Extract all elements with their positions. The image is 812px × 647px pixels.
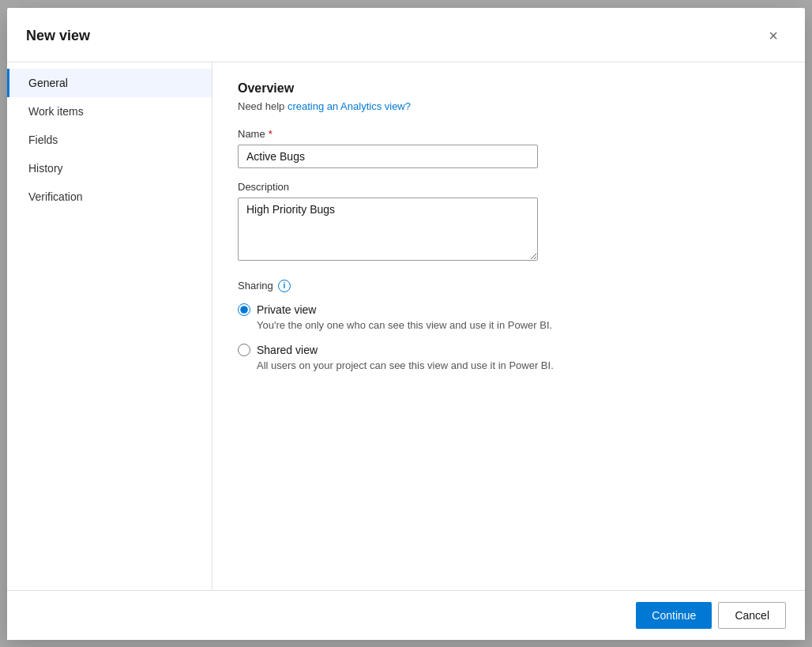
- close-button[interactable]: ×: [761, 24, 786, 49]
- shared-view-description: All users on your project can see this v…: [257, 359, 780, 371]
- dialog-header: New view ×: [7, 8, 805, 62]
- description-input[interactable]: High Priority Bugs: [238, 197, 538, 261]
- shared-view-radio[interactable]: [238, 344, 250, 356]
- cancel-button[interactable]: Cancel: [718, 602, 786, 629]
- private-view-label[interactable]: Private view: [238, 303, 780, 316]
- dialog-title: New view: [26, 28, 90, 44]
- sharing-info-icon: i: [278, 280, 291, 292]
- help-link[interactable]: creating an Analytics view?: [288, 100, 411, 112]
- section-title: Overview: [238, 81, 780, 96]
- sidebar-item-work-items[interactable]: Work items: [7, 97, 212, 126]
- help-text: Need help creating an Analytics view?: [238, 100, 780, 112]
- private-view-option: Private view You're the only one who can…: [238, 303, 780, 337]
- dialog-overlay: New view × General Work items Fields His…: [0, 0, 812, 647]
- description-label: Description: [238, 181, 780, 193]
- sidebar-item-general[interactable]: General: [7, 69, 212, 97]
- private-view-radio[interactable]: [238, 303, 250, 316]
- new-view-dialog: New view × General Work items Fields His…: [7, 8, 805, 640]
- private-view-description: You're the only one who can see this vie…: [257, 319, 780, 331]
- dialog-footer: Continue Cancel: [7, 590, 805, 640]
- sidebar-item-history[interactable]: History: [7, 154, 212, 182]
- name-label: Name *: [238, 128, 780, 140]
- sidebar-item-verification[interactable]: Verification: [7, 182, 212, 211]
- main-content: Overview Need help creating an Analytics…: [212, 62, 805, 590]
- shared-view-label[interactable]: Shared view: [238, 344, 780, 356]
- shared-view-option: Shared view All users on your project ca…: [238, 344, 780, 378]
- sharing-label: Sharing i: [238, 280, 780, 292]
- continue-button[interactable]: Continue: [636, 602, 712, 629]
- required-indicator: *: [269, 128, 273, 140]
- sidebar-item-fields[interactable]: Fields: [7, 126, 212, 154]
- name-input[interactable]: [238, 145, 538, 168]
- dialog-body: General Work items Fields History Verifi…: [7, 62, 805, 590]
- sharing-radio-group: Private view You're the only one who can…: [238, 303, 780, 378]
- sidebar: General Work items Fields History Verifi…: [7, 62, 212, 590]
